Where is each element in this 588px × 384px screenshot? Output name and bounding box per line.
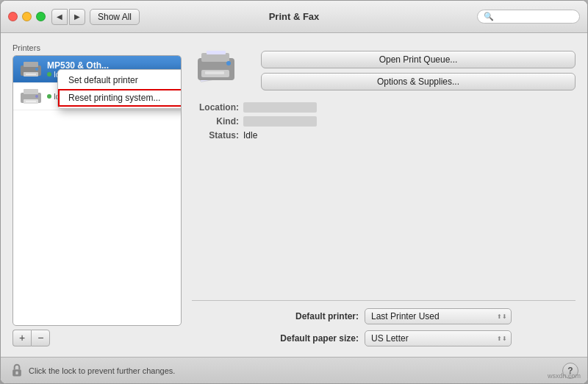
context-reset-printing[interactable]: Reset printing system... — [58, 89, 182, 107]
window-title: Print & Fax — [269, 11, 320, 22]
default-printer-label: Default printer: — [256, 311, 359, 321]
printer-big-icon — [192, 43, 251, 95]
status-dot-2 — [47, 94, 51, 99]
printer-detail-top: Open Print Queue... Options & Supplies..… — [192, 43, 576, 95]
right-panel: Open Print Queue... Options & Supplies..… — [192, 43, 576, 346]
default-printer-row: Default printer: Last Printer Used MP530 — [192, 308, 576, 324]
default-paper-select[interactable]: US Letter A4 Legal — [365, 330, 512, 346]
forward-button[interactable]: ▶ — [69, 9, 85, 25]
svg-rect-8 — [26, 101, 36, 102]
printer-item-selected[interactable]: MP530 & Oth... Idle, L... Set default pr… — [13, 56, 181, 83]
printer-action-buttons: Open Print Queue... Options & Supplies..… — [261, 51, 576, 90]
info-area: Location: Kind: Status: Idle — [195, 102, 576, 141]
context-set-default[interactable]: Set default printer — [58, 71, 182, 89]
close-button[interactable] — [8, 12, 18, 21]
kind-value — [243, 116, 317, 127]
svg-rect-3 — [26, 74, 36, 75]
show-all-button[interactable]: Show All — [90, 9, 140, 25]
lock-icon-area: Click the lock to prevent further change… — [10, 363, 175, 378]
back-button[interactable]: ◀ — [51, 9, 68, 25]
status-value: Idle — [243, 130, 257, 141]
svg-point-4 — [35, 68, 38, 71]
default-paper-label: Default paper size: — [256, 333, 359, 344]
defaults-area: Default printer: Last Printer Used MP530… — [192, 300, 576, 346]
location-row: Location: — [195, 102, 576, 113]
titlebar: ◀ ▶ Show All Print & Fax 🔍 — [1, 1, 587, 33]
watermark: wsxdn.com — [548, 372, 581, 380]
lock-text: Click the lock to prevent further change… — [29, 366, 175, 375]
printer-icon-selected — [19, 60, 43, 79]
nav-buttons: ◀ ▶ — [51, 9, 85, 25]
traffic-lights — [8, 12, 46, 21]
maximize-button[interactable] — [36, 12, 46, 21]
kind-row: Kind: — [195, 116, 576, 127]
open-print-queue-button[interactable]: Open Print Queue... — [261, 51, 576, 68]
minimize-button[interactable] — [22, 12, 32, 21]
default-printer-select-wrapper: Last Printer Used MP530 — [365, 308, 512, 324]
search-input[interactable] — [497, 13, 573, 21]
svg-rect-1 — [24, 62, 38, 67]
location-label: Location: — [195, 102, 239, 113]
svg-rect-16 — [205, 71, 224, 74]
list-buttons: + − — [12, 330, 182, 346]
svg-point-17 — [226, 61, 231, 65]
remove-printer-button[interactable]: − — [31, 330, 50, 346]
printers-label: Printers — [12, 43, 182, 52]
status-dot — [47, 72, 51, 77]
search-box[interactable]: 🔍 — [477, 10, 580, 24]
search-icon: 🔍 — [484, 12, 494, 21]
default-paper-row: Default paper size: US Letter A4 Legal — [192, 330, 576, 346]
printers-panel: Printers MP53 — [12, 43, 182, 346]
options-supplies-button[interactable]: Options & Supplies... — [261, 73, 576, 90]
lock-icon — [10, 363, 24, 378]
right-detail-area: Open Print Queue... Options & Supplies..… — [261, 43, 576, 90]
printers-list: MP530 & Oth... Idle, L... Set default pr… — [12, 55, 182, 326]
bottom-bar: Click the lock to prevent further change… — [1, 357, 587, 383]
status-label: Status: — [195, 130, 239, 141]
context-menu: Set default printer Reset printing syste… — [57, 69, 182, 109]
main-content: Printers MP53 — [1, 33, 587, 357]
printer-icon-2 — [19, 87, 43, 106]
kind-label: Kind: — [195, 116, 239, 127]
svg-rect-6 — [24, 89, 38, 94]
svg-rect-20 — [15, 371, 18, 374]
add-printer-button[interactable]: + — [12, 330, 31, 346]
default-printer-select[interactable]: Last Printer Used MP530 — [365, 308, 512, 324]
svg-rect-18 — [207, 51, 226, 54]
status-row: Status: Idle — [195, 130, 576, 141]
default-paper-select-wrapper: US Letter A4 Legal — [365, 330, 512, 346]
svg-point-9 — [35, 95, 38, 98]
location-value — [243, 102, 317, 113]
